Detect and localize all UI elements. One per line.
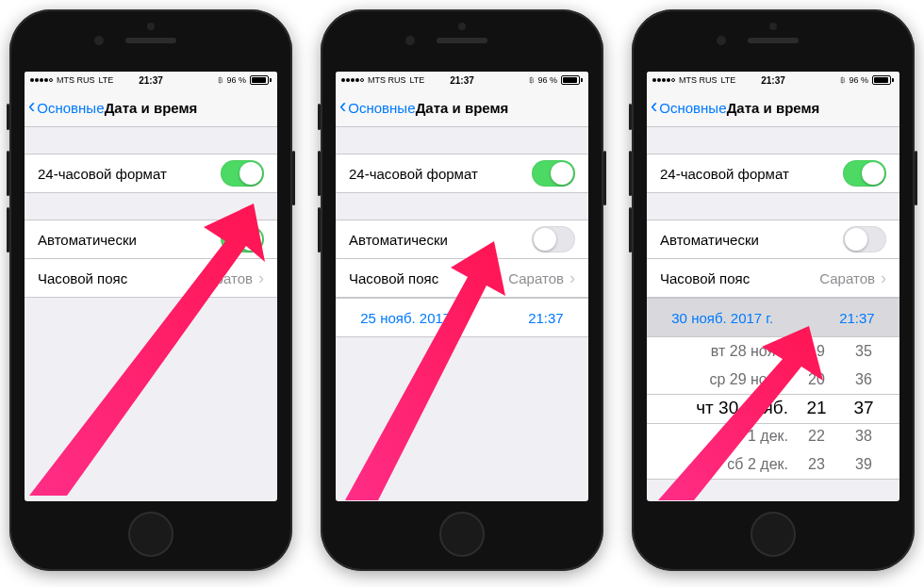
row-timezone[interactable]: Часовой пояс Саратов › xyxy=(25,259,277,298)
date-display: 25 нояб. 2017 г. xyxy=(360,310,462,326)
chevron-left-icon: ‹ xyxy=(339,96,346,117)
picker-col-days[interactable]: пн 27 нояб. вт 28 нояб. ср 29 нояб. чт 3… xyxy=(666,337,788,479)
chevron-right-icon: › xyxy=(569,269,575,286)
carrier-label: MTS RUS xyxy=(368,75,406,85)
statusbar-time: 21:37 xyxy=(139,75,163,86)
time-display: 21:37 xyxy=(839,310,875,326)
toggle-auto[interactable] xyxy=(532,226,575,253)
timezone-value: Саратов xyxy=(819,270,875,286)
screen-1: MTS RUS LTE 21:37 ฿ 96 % ‹ Основные Дата… xyxy=(25,72,277,501)
row-label: Автоматически xyxy=(38,232,137,248)
picker-item[interactable]: ср 29 нояб. xyxy=(709,366,788,394)
picker-item[interactable]: 39 xyxy=(855,450,872,479)
picker-item[interactable]: чт 30 нояб. xyxy=(696,394,788,422)
screen-2: MTS RUS LTE 21:37 ฿ 96 % ‹ Основные Дата… xyxy=(336,72,588,501)
picker-item[interactable]: 19 xyxy=(808,337,825,366)
time-display: 21:37 xyxy=(528,310,564,326)
back-label: Основные xyxy=(37,100,104,116)
row-auto[interactable]: Автоматически xyxy=(336,220,588,259)
nav-bar: ‹ Основные Дата и время xyxy=(336,89,588,127)
picker-item[interactable]: 20 xyxy=(808,366,825,394)
picker-col-mins[interactable]: 34 35 36 37 38 39 40 xyxy=(845,337,883,479)
row-label: 24-часовой формат xyxy=(38,166,167,182)
battery-icon xyxy=(872,75,894,85)
picker-item[interactable]: вт 28 нояб. xyxy=(711,337,788,366)
chevron-right-icon: › xyxy=(881,269,886,286)
toggle-24h[interactable] xyxy=(843,160,886,187)
row-label: Часовой пояс xyxy=(349,270,438,286)
status-bar: MTS RUS LTE 21:37 ฿ 96 % xyxy=(647,72,899,89)
row-label: Часовой пояс xyxy=(38,270,127,286)
picker-item[interactable]: 40 xyxy=(856,479,872,480)
row-datetime[interactable]: 30 нояб. 2017 г. 21:37 xyxy=(647,298,899,337)
status-bar: MTS RUS LTE 21:37 ฿ 96 % xyxy=(336,72,588,89)
signal-strength-icon xyxy=(341,78,364,82)
network-label: LTE xyxy=(410,75,425,85)
signal-strength-icon xyxy=(652,78,675,82)
row-label: 24-часовой формат xyxy=(660,166,789,182)
timezone-value: Саратов xyxy=(508,270,564,286)
row-timezone[interactable]: Часовой пояс Саратов › xyxy=(647,259,899,298)
home-button[interactable] xyxy=(128,512,173,557)
picker-item[interactable]: 35 xyxy=(855,337,872,366)
row-24h-format[interactable]: 24-часовой формат xyxy=(25,154,277,193)
nav-bar: ‹ Основные Дата и время xyxy=(647,89,899,127)
signal-strength-icon xyxy=(30,78,53,82)
battery-icon xyxy=(250,75,272,85)
battery-icon xyxy=(561,75,583,85)
back-button[interactable]: ‹ Основные xyxy=(336,97,416,118)
home-button[interactable] xyxy=(439,512,485,557)
toggle-24h[interactable] xyxy=(532,160,575,187)
row-24h-format[interactable]: 24-часовой формат xyxy=(336,154,588,193)
date-display: 30 нояб. 2017 г. xyxy=(671,310,773,326)
carrier-label: MTS RUS xyxy=(679,75,718,85)
network-label: LTE xyxy=(721,75,736,85)
bluetooth-icon: ฿ xyxy=(840,75,846,85)
row-label: Автоматически xyxy=(660,232,759,248)
chevron-left-icon: ‹ xyxy=(28,96,35,117)
battery-pct: 96 % xyxy=(850,75,869,85)
picker-item[interactable]: вс 3 дек. xyxy=(732,479,788,480)
back-label: Основные xyxy=(348,100,415,116)
picker-item[interactable]: 21 xyxy=(806,394,826,422)
row-auto[interactable]: Автоматически xyxy=(647,220,899,259)
row-timezone[interactable]: Часовой пояс Саратов › xyxy=(336,259,588,298)
home-button[interactable] xyxy=(751,512,796,557)
row-label: Автоматически xyxy=(349,232,448,248)
back-button[interactable]: ‹ Основные xyxy=(647,97,727,118)
toggle-24h[interactable] xyxy=(221,160,264,187)
picker-item[interactable]: 23 xyxy=(808,450,825,479)
row-24h-format[interactable]: 24-часовой формат xyxy=(647,154,899,193)
statusbar-time: 21:37 xyxy=(761,75,785,86)
carrier-label: MTS RUS xyxy=(57,75,95,85)
back-label: Основные xyxy=(659,100,726,116)
bluetooth-icon: ฿ xyxy=(218,75,223,85)
picker-item[interactable]: 36 xyxy=(855,366,872,394)
nav-bar: ‹ Основные Дата и время xyxy=(25,89,277,127)
back-button[interactable]: ‹ Основные xyxy=(25,97,105,118)
row-auto[interactable]: Автоматически xyxy=(25,220,277,259)
statusbar-time: 21:37 xyxy=(450,75,474,86)
row-datetime[interactable]: 25 нояб. 2017 г. 21:37 xyxy=(336,298,588,337)
picker-item[interactable]: 38 xyxy=(855,422,872,450)
timezone-value: Саратов xyxy=(197,270,253,286)
iphone-frame-2: MTS RUS LTE 21:37 ฿ 96 % ‹ Основные Дата… xyxy=(321,9,603,571)
row-label: Часовой пояс xyxy=(660,270,750,286)
picker-item[interactable]: сб 2 дек. xyxy=(727,450,788,479)
datetime-picker[interactable]: пн 27 нояб. вт 28 нояб. ср 29 нояб. чт 3… xyxy=(647,337,899,480)
picker-item[interactable]: пт 1 дек. xyxy=(729,422,788,450)
picker-item[interactable]: 22 xyxy=(808,422,825,450)
toggle-auto[interactable] xyxy=(843,226,886,253)
toggle-auto[interactable] xyxy=(221,226,264,253)
chevron-right-icon: › xyxy=(258,269,264,286)
screen-3: MTS RUS LTE 21:37 ฿ 96 % ‹ Основные Дата… xyxy=(647,72,899,501)
iphone-frame-1: MTS RUS LTE 21:37 ฿ 96 % ‹ Основные Дата… xyxy=(9,9,292,571)
battery-pct: 96 % xyxy=(538,75,558,85)
chevron-left-icon: ‹ xyxy=(651,96,657,117)
iphone-frame-3: MTS RUS LTE 21:37 ฿ 96 % ‹ Основные Дата… xyxy=(632,9,915,571)
picker-item[interactable]: 0 xyxy=(813,479,820,480)
picker-col-hours[interactable]: 18 19 20 21 22 23 0 xyxy=(798,337,835,479)
bluetooth-icon: ฿ xyxy=(529,75,535,85)
picker-item[interactable]: 37 xyxy=(853,394,873,422)
row-label: 24-часовой формат xyxy=(349,166,478,182)
